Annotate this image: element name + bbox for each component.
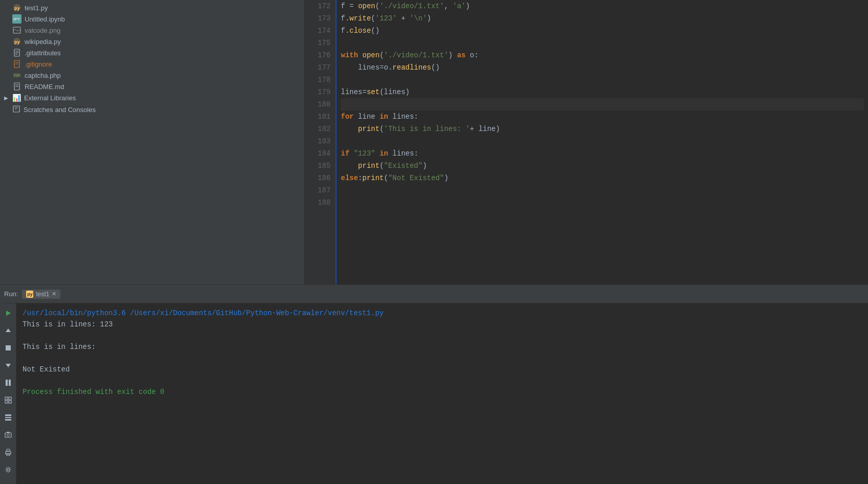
file-label: README.md xyxy=(25,83,64,91)
svg-rect-26 xyxy=(5,401,8,403)
line-num-176: 176 xyxy=(309,49,331,61)
svg-rect-24 xyxy=(5,397,8,400)
file-label: wikipedia.py xyxy=(25,38,61,46)
svg-rect-20 xyxy=(6,345,11,350)
svg-rect-33 xyxy=(7,432,10,433)
code-line-178 xyxy=(341,74,864,86)
git-icon xyxy=(12,59,21,69)
console-output[interactable]: /usr/local/bin/python3.6 /Users/xi/Docum… xyxy=(16,303,868,484)
file-item-captcha[interactable]: PHP captcha.php xyxy=(0,70,304,81)
code-line-187 xyxy=(341,184,864,196)
line-num-182: 182 xyxy=(309,123,331,135)
code-line-177: lines=o.readlines() xyxy=(341,61,864,74)
svg-rect-27 xyxy=(9,401,11,403)
stop-button[interactable] xyxy=(3,342,14,354)
folder-arrow: ▶ xyxy=(4,95,12,101)
file-item-wikipedia[interactable]: py wikipedia.py xyxy=(0,36,304,47)
file-label: test1.py xyxy=(25,4,48,12)
code-line-180 xyxy=(341,98,864,111)
svg-rect-22 xyxy=(6,380,8,386)
down-button[interactable] xyxy=(3,360,14,371)
print-button[interactable] xyxy=(3,447,14,458)
line-num-186: 186 xyxy=(309,172,331,184)
up-button[interactable] xyxy=(3,325,14,336)
line-num-188: 188 xyxy=(309,196,331,209)
scratches-icon xyxy=(12,105,20,115)
line-num-175: 175 xyxy=(309,37,331,49)
file-item-gitignore[interactable]: .gitignore xyxy=(0,58,304,70)
sidebar: py test1.py IPY Untitled.ipynb valcode.p… xyxy=(0,0,305,284)
output-text: This is in lines: 123 xyxy=(23,320,113,328)
code-line-182: print('This is in lines: '+ line) xyxy=(341,123,864,135)
code-view[interactable]: 172 173 174 175 176 177 178 179 180 181 … xyxy=(305,0,868,284)
svg-marker-18 xyxy=(6,311,11,316)
line-num-174: 174 xyxy=(309,25,331,37)
run-label: Run: xyxy=(4,290,18,298)
file-label: .gitignore xyxy=(25,60,52,68)
folder-external-libraries[interactable]: ▶ 📊 External Libraries xyxy=(0,92,304,103)
svg-rect-25 xyxy=(9,397,11,400)
pause-button[interactable] xyxy=(3,377,14,388)
line-num-173: 173 xyxy=(309,12,331,25)
svg-marker-21 xyxy=(6,364,11,367)
output-text: Not Existed xyxy=(23,365,70,373)
line-num-185: 185 xyxy=(309,160,331,172)
file-label: valcode.png xyxy=(25,27,60,34)
play-button[interactable] xyxy=(3,307,14,319)
run-tab-close[interactable]: ✕ xyxy=(52,291,56,297)
coverage-button[interactable] xyxy=(3,394,14,406)
code-line-179: lines=set(lines) xyxy=(341,86,864,98)
grid-button[interactable] xyxy=(3,412,14,423)
svg-marker-19 xyxy=(6,328,11,332)
run-tab-test1[interactable]: py test1 ✕ xyxy=(22,290,60,299)
output-line-6: Not Existed xyxy=(23,364,862,375)
code-content[interactable]: f = open('./video/1.txt', 'a') f.write('… xyxy=(337,0,868,284)
file-item-test1py[interactable]: py test1.py xyxy=(0,2,304,13)
svg-point-32 xyxy=(7,434,9,436)
code-line-185: print("Existed") xyxy=(341,160,864,172)
line-num-184: 184 xyxy=(309,147,331,160)
code-line-188 xyxy=(341,196,864,209)
settings-button[interactable] xyxy=(3,464,14,475)
folder-scratches-consoles[interactable]: ▶ Scratches and Consoles xyxy=(0,103,304,116)
code-line-173: f.write('123' + '\n') xyxy=(341,12,864,25)
run-tab-label: test1 xyxy=(36,291,49,298)
ipynb-icon: IPY xyxy=(12,14,21,24)
file-item-valcode[interactable]: valcode.png xyxy=(0,25,304,36)
output-line-2: This is in lines: 123 xyxy=(23,319,862,330)
main-area: py test1.py IPY Untitled.ipynb valcode.p… xyxy=(0,0,868,284)
php-icon: PHP xyxy=(12,71,21,80)
output-line-1: /usr/local/bin/python3.6 /Users/xi/Docum… xyxy=(23,307,862,319)
file-label: .gitattributes xyxy=(25,49,61,57)
svg-point-37 xyxy=(7,469,9,471)
svg-rect-28 xyxy=(5,414,11,416)
svg-rect-29 xyxy=(5,417,11,418)
folder-label-scratches: Scratches and Consoles xyxy=(24,106,96,114)
output-line-4: This is in lines: xyxy=(23,341,862,353)
output-text: This is in lines: xyxy=(23,343,96,351)
code-line-181: for line in lines: xyxy=(341,111,864,123)
line-num-183: 183 xyxy=(309,135,331,147)
file-item-gitattributes[interactable]: .gitattributes xyxy=(0,47,304,58)
screenshot-button[interactable] xyxy=(3,429,14,441)
line-num-177: 177 xyxy=(309,61,331,74)
svg-rect-31 xyxy=(5,433,11,437)
svg-text:PHP: PHP xyxy=(14,74,20,78)
svg-text:py: py xyxy=(14,39,20,45)
code-line-172: f = open('./video/1.txt', 'a') xyxy=(341,0,864,12)
output-line-8: Process finished with exit code 0 xyxy=(23,386,862,398)
file-item-untitled-ipynb[interactable]: IPY Untitled.ipynb xyxy=(0,13,304,25)
output-exit: Process finished with exit code 0 xyxy=(23,388,164,396)
bottom-panel: Run: py test1 ✕ xyxy=(0,284,868,484)
md-icon xyxy=(12,82,21,91)
py-icon: py xyxy=(12,3,21,12)
line-num-180: 180 xyxy=(309,98,331,111)
file-item-readme[interactable]: README.md xyxy=(0,81,304,92)
svg-rect-23 xyxy=(9,380,11,386)
run-tab-bar: Run: py test1 ✕ xyxy=(0,285,868,303)
svg-text:py: py xyxy=(14,6,20,11)
output-line-5 xyxy=(23,353,862,364)
line-num-181: 181 xyxy=(309,111,331,123)
line-num-187: 187 xyxy=(309,184,331,196)
folder-label: External Libraries xyxy=(24,94,76,102)
